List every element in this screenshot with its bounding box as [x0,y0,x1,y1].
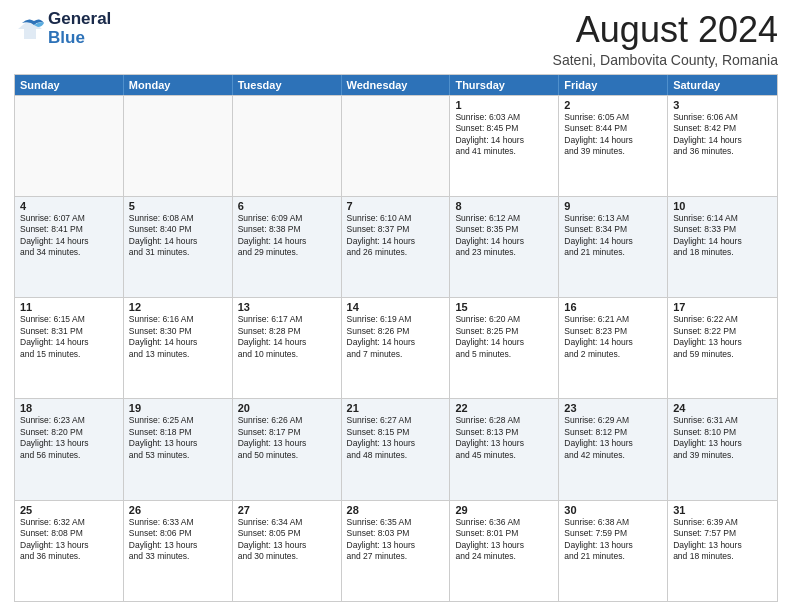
day-number: 9 [564,200,662,212]
calendar-cell: 23Sunrise: 6:29 AM Sunset: 8:12 PM Dayli… [559,399,668,499]
calendar-cell: 8Sunrise: 6:12 AM Sunset: 8:35 PM Daylig… [450,197,559,297]
day-info: Sunrise: 6:12 AM Sunset: 8:35 PM Dayligh… [455,213,553,259]
calendar-row-2: 4Sunrise: 6:07 AM Sunset: 8:41 PM Daylig… [15,196,777,297]
day-info: Sunrise: 6:03 AM Sunset: 8:45 PM Dayligh… [455,112,553,158]
day-info: Sunrise: 6:09 AM Sunset: 8:38 PM Dayligh… [238,213,336,259]
header-saturday: Saturday [668,75,777,95]
header-thursday: Thursday [450,75,559,95]
header-wednesday: Wednesday [342,75,451,95]
day-info: Sunrise: 6:16 AM Sunset: 8:30 PM Dayligh… [129,314,227,360]
day-number: 6 [238,200,336,212]
calendar-cell: 28Sunrise: 6:35 AM Sunset: 8:03 PM Dayli… [342,501,451,601]
day-info: Sunrise: 6:25 AM Sunset: 8:18 PM Dayligh… [129,415,227,461]
calendar-cell: 15Sunrise: 6:20 AM Sunset: 8:25 PM Dayli… [450,298,559,398]
day-number: 7 [347,200,445,212]
calendar-row-5: 25Sunrise: 6:32 AM Sunset: 8:08 PM Dayli… [15,500,777,601]
header-tuesday: Tuesday [233,75,342,95]
day-info: Sunrise: 6:22 AM Sunset: 8:22 PM Dayligh… [673,314,772,360]
day-info: Sunrise: 6:20 AM Sunset: 8:25 PM Dayligh… [455,314,553,360]
logo-blue: Blue [48,29,111,48]
header: General Blue August 2024 Sateni, Dambovi… [14,10,778,68]
logo-bird-icon [14,15,46,43]
day-number: 27 [238,504,336,516]
calendar-header: Sunday Monday Tuesday Wednesday Thursday… [15,75,777,95]
day-number: 13 [238,301,336,313]
day-info: Sunrise: 6:32 AM Sunset: 8:08 PM Dayligh… [20,517,118,563]
day-info: Sunrise: 6:28 AM Sunset: 8:13 PM Dayligh… [455,415,553,461]
calendar-cell: 6Sunrise: 6:09 AM Sunset: 8:38 PM Daylig… [233,197,342,297]
day-number: 16 [564,301,662,313]
calendar-cell: 24Sunrise: 6:31 AM Sunset: 8:10 PM Dayli… [668,399,777,499]
calendar-cell: 16Sunrise: 6:21 AM Sunset: 8:23 PM Dayli… [559,298,668,398]
calendar-cell: 30Sunrise: 6:38 AM Sunset: 7:59 PM Dayli… [559,501,668,601]
day-info: Sunrise: 6:29 AM Sunset: 8:12 PM Dayligh… [564,415,662,461]
calendar-cell: 12Sunrise: 6:16 AM Sunset: 8:30 PM Dayli… [124,298,233,398]
day-number: 12 [129,301,227,313]
calendar-cell [342,96,451,196]
day-number: 14 [347,301,445,313]
calendar-cell: 22Sunrise: 6:28 AM Sunset: 8:13 PM Dayli… [450,399,559,499]
calendar-cell: 25Sunrise: 6:32 AM Sunset: 8:08 PM Dayli… [15,501,124,601]
calendar-cell: 11Sunrise: 6:15 AM Sunset: 8:31 PM Dayli… [15,298,124,398]
day-info: Sunrise: 6:38 AM Sunset: 7:59 PM Dayligh… [564,517,662,563]
day-number: 18 [20,402,118,414]
calendar: Sunday Monday Tuesday Wednesday Thursday… [14,74,778,602]
calendar-body: 1Sunrise: 6:03 AM Sunset: 8:45 PM Daylig… [15,95,777,601]
calendar-cell: 2Sunrise: 6:05 AM Sunset: 8:44 PM Daylig… [559,96,668,196]
day-info: Sunrise: 6:14 AM Sunset: 8:33 PM Dayligh… [673,213,772,259]
day-number: 28 [347,504,445,516]
day-number: 26 [129,504,227,516]
day-number: 31 [673,504,772,516]
calendar-row-1: 1Sunrise: 6:03 AM Sunset: 8:45 PM Daylig… [15,95,777,196]
day-info: Sunrise: 6:19 AM Sunset: 8:26 PM Dayligh… [347,314,445,360]
day-info: Sunrise: 6:39 AM Sunset: 7:57 PM Dayligh… [673,517,772,563]
calendar-cell: 3Sunrise: 6:06 AM Sunset: 8:42 PM Daylig… [668,96,777,196]
day-info: Sunrise: 6:10 AM Sunset: 8:37 PM Dayligh… [347,213,445,259]
day-number: 8 [455,200,553,212]
day-number: 3 [673,99,772,111]
calendar-cell [233,96,342,196]
calendar-cell: 17Sunrise: 6:22 AM Sunset: 8:22 PM Dayli… [668,298,777,398]
calendar-cell [124,96,233,196]
calendar-row-3: 11Sunrise: 6:15 AM Sunset: 8:31 PM Dayli… [15,297,777,398]
calendar-cell: 14Sunrise: 6:19 AM Sunset: 8:26 PM Dayli… [342,298,451,398]
day-number: 19 [129,402,227,414]
logo: General Blue [14,10,111,47]
day-number: 20 [238,402,336,414]
day-info: Sunrise: 6:35 AM Sunset: 8:03 PM Dayligh… [347,517,445,563]
day-number: 2 [564,99,662,111]
calendar-cell: 18Sunrise: 6:23 AM Sunset: 8:20 PM Dayli… [15,399,124,499]
day-number: 5 [129,200,227,212]
calendar-cell: 9Sunrise: 6:13 AM Sunset: 8:34 PM Daylig… [559,197,668,297]
day-number: 1 [455,99,553,111]
day-info: Sunrise: 6:05 AM Sunset: 8:44 PM Dayligh… [564,112,662,158]
day-info: Sunrise: 6:21 AM Sunset: 8:23 PM Dayligh… [564,314,662,360]
calendar-cell: 29Sunrise: 6:36 AM Sunset: 8:01 PM Dayli… [450,501,559,601]
day-info: Sunrise: 6:34 AM Sunset: 8:05 PM Dayligh… [238,517,336,563]
day-number: 21 [347,402,445,414]
day-info: Sunrise: 6:31 AM Sunset: 8:10 PM Dayligh… [673,415,772,461]
day-number: 29 [455,504,553,516]
calendar-cell [15,96,124,196]
month-year: August 2024 [553,10,778,50]
header-friday: Friday [559,75,668,95]
page: General Blue August 2024 Sateni, Dambovi… [0,0,792,612]
day-number: 4 [20,200,118,212]
calendar-cell: 5Sunrise: 6:08 AM Sunset: 8:40 PM Daylig… [124,197,233,297]
calendar-cell: 20Sunrise: 6:26 AM Sunset: 8:17 PM Dayli… [233,399,342,499]
day-number: 10 [673,200,772,212]
calendar-cell: 7Sunrise: 6:10 AM Sunset: 8:37 PM Daylig… [342,197,451,297]
title-area: August 2024 Sateni, Dambovita County, Ro… [553,10,778,68]
day-info: Sunrise: 6:13 AM Sunset: 8:34 PM Dayligh… [564,213,662,259]
day-number: 24 [673,402,772,414]
day-number: 15 [455,301,553,313]
day-info: Sunrise: 6:27 AM Sunset: 8:15 PM Dayligh… [347,415,445,461]
calendar-cell: 27Sunrise: 6:34 AM Sunset: 8:05 PM Dayli… [233,501,342,601]
calendar-cell: 21Sunrise: 6:27 AM Sunset: 8:15 PM Dayli… [342,399,451,499]
day-number: 22 [455,402,553,414]
day-info: Sunrise: 6:33 AM Sunset: 8:06 PM Dayligh… [129,517,227,563]
day-number: 30 [564,504,662,516]
day-info: Sunrise: 6:17 AM Sunset: 8:28 PM Dayligh… [238,314,336,360]
calendar-row-4: 18Sunrise: 6:23 AM Sunset: 8:20 PM Dayli… [15,398,777,499]
location: Sateni, Dambovita County, Romania [553,52,778,68]
